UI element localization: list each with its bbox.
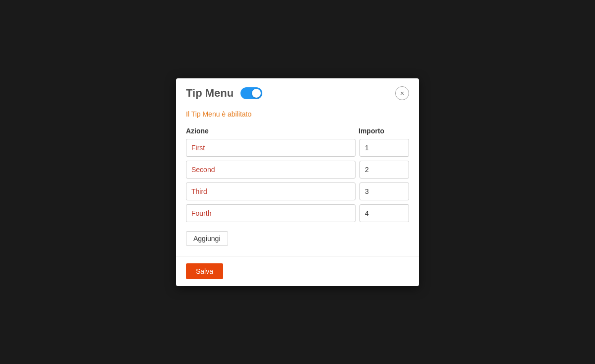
table-row <box>186 139 409 157</box>
col-azione-header: Azione <box>186 127 355 135</box>
modal-header: Tip Menu × <box>176 78 419 106</box>
toggle-slider <box>240 87 262 99</box>
close-button[interactable]: × <box>395 86 409 100</box>
table-row <box>186 204 409 222</box>
tip-menu-modal: Tip Menu × Il Tip Menu è abilitato Azion… <box>176 78 419 286</box>
table-row <box>186 161 409 179</box>
status-text: Il Tip Menu è abilitato <box>186 110 409 118</box>
azione-input-3[interactable] <box>186 204 356 222</box>
salva-button[interactable]: Salva <box>186 263 223 279</box>
tip-menu-toggle[interactable] <box>240 87 262 99</box>
modal-footer: Salva <box>176 256 419 286</box>
modal-overlay: Tip Menu × Il Tip Menu è abilitato Azion… <box>0 0 595 364</box>
modal-title: Tip Menu <box>186 87 234 100</box>
azione-input-0[interactable] <box>186 139 356 157</box>
azione-input-1[interactable] <box>186 161 356 179</box>
importo-input-1[interactable] <box>359 161 409 179</box>
table-row <box>186 182 409 200</box>
aggiungi-button[interactable]: Aggiungi <box>186 231 228 246</box>
table-header: Azione Importo <box>186 127 409 135</box>
importo-input-3[interactable] <box>359 204 409 222</box>
title-row: Tip Menu <box>186 87 262 100</box>
importo-input-0[interactable] <box>359 139 409 157</box>
tip-rows-container <box>186 139 409 222</box>
azione-input-2[interactable] <box>186 182 356 200</box>
importo-input-2[interactable] <box>359 182 409 200</box>
col-importo-header: Importo <box>355 127 409 135</box>
modal-body: Il Tip Menu è abilitato Azione Importo A… <box>176 106 419 256</box>
